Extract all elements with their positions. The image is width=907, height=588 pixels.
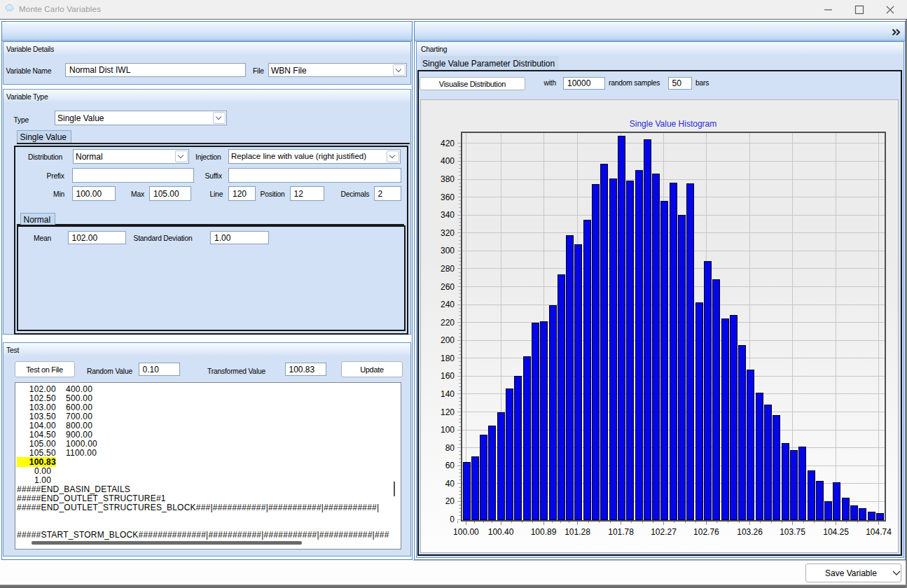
svg-text:200: 200: [441, 335, 455, 345]
svg-text:0: 0: [450, 514, 455, 524]
svg-text:20: 20: [445, 496, 455, 506]
svg-text:100.00: 100.00: [453, 527, 479, 537]
svg-text:104.25: 104.25: [823, 527, 849, 537]
svg-text:220: 220: [441, 318, 455, 328]
svg-text:100.89: 100.89: [531, 527, 557, 537]
svg-text:60: 60: [445, 461, 455, 470]
svg-text:102.76: 102.76: [693, 527, 719, 537]
svg-text:103.26: 103.26: [737, 527, 763, 537]
svg-text:180: 180: [441, 354, 455, 363]
svg-text:160: 160: [441, 371, 455, 381]
svg-text:140: 140: [441, 389, 455, 399]
svg-text:40: 40: [445, 479, 455, 489]
svg-text:420: 420: [441, 139, 455, 148]
svg-text:80: 80: [445, 443, 455, 453]
svg-text:300: 300: [441, 246, 455, 255]
svg-text:101.78: 101.78: [608, 527, 634, 537]
svg-text:120: 120: [441, 407, 455, 417]
svg-text:240: 240: [441, 300, 455, 309]
svg-text:100.40: 100.40: [488, 527, 514, 537]
svg-text:100: 100: [441, 425, 455, 435]
svg-text:103.75: 103.75: [780, 527, 805, 537]
svg-text:340: 340: [441, 210, 455, 220]
svg-text:380: 380: [441, 174, 455, 184]
svg-text:360: 360: [441, 192, 455, 202]
svg-text:320: 320: [441, 228, 455, 238]
svg-text:102.27: 102.27: [651, 527, 677, 537]
svg-text:400: 400: [441, 156, 455, 166]
svg-text:104.74: 104.74: [866, 527, 892, 537]
svg-text:101.28: 101.28: [565, 527, 590, 537]
svg-text:260: 260: [441, 282, 455, 292]
svg-text:280: 280: [441, 264, 455, 274]
svg-text:Single Value Histogram: Single Value Histogram: [630, 119, 717, 129]
